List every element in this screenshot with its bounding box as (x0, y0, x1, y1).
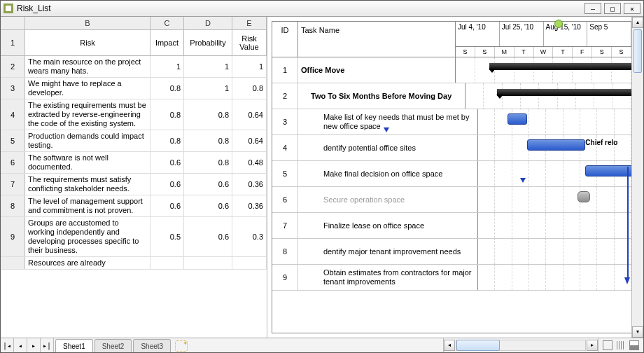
cell-probability[interactable]: 1 (184, 56, 232, 77)
gantt-task-name[interactable]: Secure operation space (298, 187, 478, 212)
tab-nav-next[interactable]: ▸ (27, 338, 41, 352)
cell-risk[interactable]: The level of management support and comm… (25, 195, 150, 216)
cell-risk[interactable]: Groups are accustomed to working indepen… (25, 217, 150, 256)
gantt-chart-cell[interactable]: Chief relo (478, 135, 631, 160)
gantt-task-name[interactable]: Two To Six Months Before Moving Day (298, 83, 465, 109)
scroll-thumb[interactable] (634, 29, 642, 73)
view-normal-icon[interactable] (603, 340, 612, 350)
cell-riskvalue[interactable]: 0.64 (232, 130, 267, 151)
maximize-button[interactable]: □ (604, 3, 621, 14)
cell-risk[interactable]: The software is not well documented. (25, 152, 150, 173)
tab-sheet1[interactable]: Sheet1 (55, 339, 93, 352)
gantt-bar[interactable] (489, 63, 643, 70)
cell-probability[interactable] (184, 257, 232, 269)
gantt-row[interactable]: 9Obtain estimates from contractors for m… (272, 265, 631, 291)
cell-riskvalue[interactable]: 0.36 (232, 195, 267, 216)
gantt-row[interactable]: 3Make list of key needs that must be met… (272, 109, 631, 135)
cell-probability[interactable]: 0.6 (184, 217, 232, 256)
gantt-pane[interactable]: ID Task Name Jul 4, '10Jul 25, '10Aug 15… (267, 17, 643, 338)
row-number[interactable]: 5 (1, 130, 25, 151)
gantt-chart-cell[interactable] (478, 265, 631, 290)
gantt-chart-cell[interactable] (478, 187, 631, 212)
gantt-chart-cell[interactable] (465, 83, 631, 109)
gantt-task-name[interactable]: dentify potential office sites (298, 135, 478, 160)
hscroll-left-button[interactable]: ◂ (444, 340, 455, 351)
scroll-down-button[interactable]: ▾ (632, 326, 643, 338)
cell-header-probability[interactable]: Probability (184, 30, 232, 55)
add-sheet-button[interactable] (175, 340, 188, 352)
sheet-row[interactable]: 3We might have to replace a developer.0.… (1, 78, 267, 99)
col-header-E[interactable]: E (232, 17, 267, 29)
select-all-corner[interactable] (1, 17, 25, 29)
view-pagebreak-icon[interactable] (617, 341, 625, 349)
row-number[interactable]: 8 (1, 195, 25, 216)
cell-riskvalue[interactable]: 0.36 (232, 174, 267, 195)
cell-probability[interactable]: 0.8 (184, 152, 232, 173)
sheet-row[interactable]: 4The existing requirements must be extra… (1, 99, 267, 130)
tab-sheet3[interactable]: Sheet3 (133, 339, 171, 352)
cell-impact[interactable]: 0.8 (150, 99, 184, 130)
cell-riskvalue[interactable]: 0.64 (232, 99, 267, 130)
gantt-row[interactable]: 4dentify potential office sitesChief rel… (272, 135, 631, 161)
cell-probability[interactable]: 0.8 (184, 99, 232, 130)
cell-risk[interactable]: The main resource on the project wears m… (25, 56, 150, 77)
row-number[interactable]: 9 (1, 217, 25, 256)
header-row-1[interactable]: 1 Risk Impact Probability Risk Value (1, 30, 267, 56)
gantt-chart-cell[interactable] (456, 57, 631, 83)
cell-impact[interactable]: 0.8 (150, 130, 184, 151)
gantt-bar[interactable] (497, 89, 643, 96)
hscroll-right-button[interactable]: ▸ (587, 340, 598, 351)
row-number[interactable]: 4 (1, 99, 25, 130)
current-date-marker-icon[interactable] (554, 20, 563, 28)
view-layout-icon[interactable] (629, 340, 639, 350)
horizontal-scrollbar[interactable]: ◂ ▸ (443, 338, 598, 352)
tab-nav-prev[interactable]: ◂ (14, 338, 27, 352)
scroll-up-button[interactable]: ▴ (632, 17, 643, 28)
gantt-task-name[interactable]: dentify major tenant improvement needs (298, 239, 478, 264)
gantt-bar[interactable] (527, 139, 585, 151)
cell-impact[interactable]: 0.5 (150, 217, 184, 256)
cell-riskvalue[interactable]: 0.8 (232, 78, 267, 99)
gantt-chart-cell[interactable] (478, 109, 631, 134)
row-number[interactable]: 1 (1, 30, 25, 55)
hscroll-thumb[interactable] (456, 340, 500, 351)
gantt-bar[interactable] (578, 191, 589, 202)
vertical-scrollbar[interactable]: ▴ ▾ (631, 17, 643, 338)
tab-nav-first[interactable]: |◂ (1, 338, 14, 352)
cell-header-riskvalue[interactable]: Risk Value (232, 30, 267, 55)
gantt-chart-cell[interactable]: C (478, 161, 631, 186)
cell-riskvalue[interactable]: 0.48 (232, 152, 267, 173)
cell-risk[interactable]: Resources are already (25, 257, 150, 269)
gantt-col-id[interactable]: ID (272, 22, 298, 57)
cell-header-impact[interactable]: Impact (150, 30, 184, 55)
cell-riskvalue[interactable]: 0.3 (232, 217, 267, 256)
sheet-row[interactable]: 9Groups are accustomed to working indepe… (1, 217, 267, 257)
gantt-bar[interactable] (507, 113, 527, 125)
close-button[interactable]: ✕ (624, 3, 640, 14)
gantt-chart-cell[interactable] (478, 213, 631, 238)
cell-riskvalue[interactable]: 1 (232, 56, 267, 77)
gantt-row[interactable]: 5Make final decision on office spaceC (272, 161, 631, 187)
row-number[interactable] (1, 257, 25, 269)
gantt-col-taskname[interactable]: Task Name (298, 22, 456, 57)
cell-probability[interactable]: 0.8 (184, 130, 232, 151)
titlebar[interactable]: Risk_List — □ ✕ (1, 1, 643, 17)
spreadsheet-pane[interactable]: B C D E 1 Risk Impact Probability Risk V… (1, 17, 267, 338)
sheet-row[interactable]: 7The requirements must satisfy conflicti… (1, 174, 267, 195)
row-number[interactable]: 2 (1, 56, 25, 77)
col-header-C[interactable]: C (150, 17, 184, 29)
gantt-task-name[interactable]: Office Move (298, 57, 456, 83)
cell-risk[interactable]: We might have to replace a developer. (25, 78, 150, 99)
cell-impact[interactable]: 0.6 (150, 174, 184, 195)
gantt-row[interactable]: 2Two To Six Months Before Moving Day (272, 83, 631, 109)
cell-impact[interactable]: 0.8 (150, 78, 184, 99)
cell-impact[interactable]: 1 (150, 56, 184, 77)
row-number[interactable]: 6 (1, 152, 25, 173)
minimize-button[interactable]: — (584, 3, 601, 14)
tab-nav-last[interactable]: ▸| (41, 338, 54, 352)
row-number[interactable]: 3 (1, 78, 25, 99)
sheet-row[interactable]: 5Production demands could impact testing… (1, 130, 267, 152)
row-number[interactable]: 7 (1, 174, 25, 195)
sheet-row[interactable]: Resources are already (1, 257, 267, 270)
cell-risk[interactable]: Production demands could impact testing. (25, 130, 150, 151)
